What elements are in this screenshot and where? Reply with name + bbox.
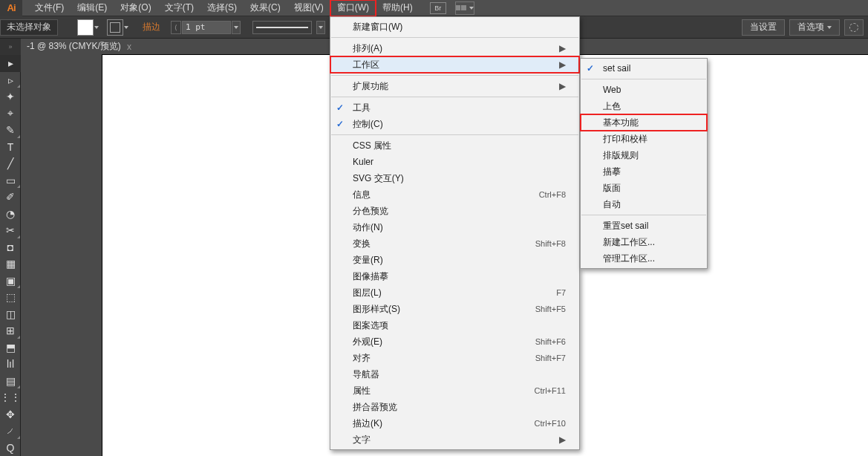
window-menu-item-12[interactable]: SVG 交互(Y) — [330, 170, 579, 186]
menu-edit[interactable]: 编辑(E) — [71, 0, 114, 16]
window-menu-item-28[interactable]: 文字▶ — [330, 431, 579, 448]
window-menu-item-19[interactable]: 图层(L)F7 — [330, 284, 579, 301]
window-menu-item-label: Kuler — [353, 157, 373, 167]
window-menu-item-label: 变量(R) — [353, 254, 383, 267]
document-setup-button[interactable]: 当设置 — [742, 19, 785, 36]
window-menu-item-10[interactable]: CSS 属性 — [330, 137, 579, 154]
tool-10[interactable]: ✂ — [0, 222, 21, 239]
tool-6[interactable]: ╱ — [0, 155, 21, 172]
workspace-menu-item-12[interactable]: 新建工作区... — [581, 234, 707, 250]
window-menu-item-3[interactable]: 工作区▶ — [330, 56, 579, 73]
tool-19[interactable]: ▤ — [0, 373, 21, 390]
tool-11[interactable]: ◘ — [0, 239, 21, 256]
stroke-weight-dropdown[interactable] — [232, 21, 241, 34]
submenu-arrow-icon: ▶ — [537, 81, 566, 91]
window-menu-item-0[interactable]: 新建窗口(W) — [330, 19, 579, 35]
bridge-icon[interactable]: Br — [430, 2, 446, 14]
window-menu-item-27[interactable]: 描边(K)Ctrl+F10 — [330, 415, 579, 431]
window-menu-item-7[interactable]: ✓工具 — [330, 100, 579, 116]
workspace-menu-item-4[interactable]: 基本功能 — [581, 114, 707, 131]
workspace-menu-item-5[interactable]: 打印和校样 — [581, 131, 707, 147]
window-menu-item-18[interactable]: 图像描摹 — [330, 268, 579, 284]
shortcut-label: Ctrl+F8 — [517, 190, 566, 199]
fill-swatch[interactable] — [77, 19, 94, 36]
stroke-swatch[interactable] — [107, 19, 123, 36]
stroke-profile[interactable] — [252, 21, 312, 34]
stroke-link-icon[interactable]: ⟨ — [171, 21, 181, 34]
menu-type[interactable]: 文字(T) — [158, 0, 200, 16]
tool-17[interactable]: ⬒ — [0, 339, 21, 356]
workspace-menu-item-11[interactable]: 重置set sail — [581, 218, 707, 234]
window-menu-item-17[interactable]: 变量(R) — [330, 252, 579, 268]
tool-0[interactable]: ▸ — [0, 55, 21, 72]
window-menu-item-20[interactable]: 图形样式(S)Shift+F5 — [330, 301, 579, 317]
close-tab-icon[interactable]: x — [127, 42, 131, 52]
workspace-menu-item-label: 打印和校样 — [603, 133, 647, 146]
tab-expand-icon[interactable]: » — [0, 39, 21, 55]
window-menu-item-25[interactable]: 属性Ctrl+F11 — [330, 382, 579, 399]
window-menu-item-24[interactable]: 导航器 — [330, 366, 579, 382]
menu-file[interactable]: 文件(F) — [28, 0, 71, 16]
tool-9[interactable]: ◔ — [0, 206, 21, 223]
window-menu-item-8[interactable]: ✓控制(C) — [330, 116, 579, 132]
tool-2[interactable]: ✦ — [0, 88, 21, 105]
workspace-menu-item-3[interactable]: 上色 — [581, 98, 707, 114]
tool-7[interactable]: ▭ — [0, 172, 21, 189]
menu-effect[interactable]: 效果(C) — [244, 0, 287, 16]
app-logo: Ai — [0, 0, 22, 16]
window-menu-item-label: 图像描摹 — [353, 270, 388, 283]
workspace-menu-item-9[interactable]: 自动 — [581, 196, 707, 212]
tool-15[interactable]: ◫ — [0, 306, 21, 323]
stroke-profile-dropdown[interactable] — [316, 21, 325, 34]
window-menu-item-2[interactable]: 排列(A)▶ — [330, 40, 579, 56]
workspace-menu-item-7[interactable]: 描摹 — [581, 163, 707, 180]
preferences-button[interactable]: 首选项 — [789, 19, 840, 36]
tool-8[interactable]: ✐ — [0, 189, 21, 206]
menu-view[interactable]: 视图(V) — [287, 0, 330, 16]
window-menu-item-11[interactable]: Kuler — [330, 154, 579, 170]
tool-1[interactable]: ▹ — [0, 72, 21, 89]
check-icon: ✓ — [336, 102, 344, 113]
menu-window[interactable]: 窗口(W) — [330, 0, 376, 16]
stroke-weight[interactable]: ⟨ 1 pt — [171, 21, 241, 34]
tool-5[interactable]: T — [0, 139, 21, 156]
control-menu-icon[interactable] — [844, 19, 864, 36]
workspace-menu-item-label: set sail — [603, 63, 630, 74]
menu-select[interactable]: 选择(S) — [200, 0, 244, 16]
tool-23[interactable]: Q — [0, 440, 21, 457]
workspace-menu-item-label: 上色 — [603, 100, 621, 113]
tool-4[interactable]: ✎ — [0, 122, 21, 139]
workspace-menu-item-label: 管理工作区... — [603, 253, 655, 265]
window-menu-item-13[interactable]: 信息Ctrl+F8 — [330, 186, 579, 203]
workspace-menu-item-2[interactable]: Web — [581, 82, 707, 98]
workspace-menu-item-13[interactable]: 管理工作区... — [581, 250, 707, 267]
tool-16[interactable]: ⊞ — [0, 322, 21, 339]
tool-21[interactable]: ✥ — [0, 406, 21, 423]
arrange-documents-icon[interactable] — [455, 1, 474, 15]
stroke-weight-input[interactable]: 1 pt — [182, 21, 231, 34]
window-menu-item-5[interactable]: 扩展功能▶ — [330, 78, 579, 94]
tool-14[interactable]: ⬚ — [0, 289, 21, 306]
tool-20[interactable]: ⋮⋮ — [0, 389, 21, 406]
window-menu-item-15[interactable]: 动作(N) — [330, 219, 579, 235]
workspace-menu-item-8[interactable]: 版面 — [581, 180, 707, 196]
tool-18[interactable]: lıl — [0, 356, 21, 373]
tool-22[interactable]: ⟋ — [0, 423, 21, 440]
window-menu-item-label: SVG 交互(Y) — [353, 172, 404, 185]
workspace-menu-item-6[interactable]: 排版规则 — [581, 147, 707, 163]
window-menu-item-26[interactable]: 拼合器预览 — [330, 399, 579, 415]
window-menu-item-label: 图案选项 — [353, 319, 388, 332]
menu-object[interactable]: 对象(O) — [114, 0, 157, 16]
window-menu-item-22[interactable]: 外观(E)Shift+F6 — [330, 333, 579, 350]
document-tab[interactable]: -1 @ 83% (CMYK/预览) x — [21, 39, 139, 55]
window-menu-item-14[interactable]: 分色预览 — [330, 203, 579, 219]
tool-12[interactable]: ▦ — [0, 255, 21, 273]
tool-13[interactable]: ▣ — [0, 273, 21, 290]
window-menu-item-label: 外观(E) — [353, 336, 382, 348]
window-menu-item-16[interactable]: 变换Shift+F8 — [330, 235, 579, 252]
window-menu-item-23[interactable]: 对齐Shift+F7 — [330, 350, 579, 366]
tool-3[interactable]: ⌖ — [0, 105, 21, 123]
window-menu-item-21[interactable]: 图案选项 — [330, 317, 579, 333]
workspace-menu-item-0[interactable]: ✓set sail — [581, 60, 707, 76]
menu-help[interactable]: 帮助(H) — [376, 0, 420, 16]
